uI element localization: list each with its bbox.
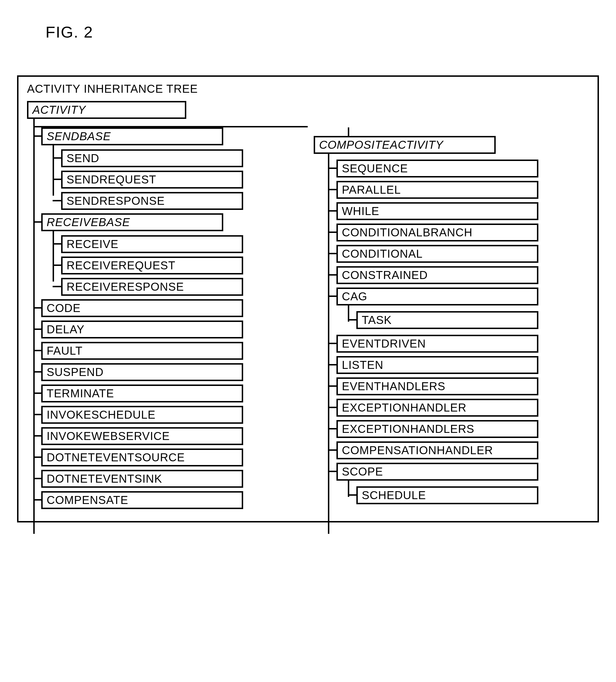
node-activity: ACTIVITY <box>27 101 186 119</box>
node-receive: RECEIVE <box>61 235 243 253</box>
node-compensate: COMPENSATE <box>41 491 243 509</box>
node-listen: LISTEN <box>337 356 538 374</box>
node-sendbase: SENDBASE <box>41 128 223 145</box>
node-send: SEND <box>61 149 243 167</box>
node-receiverequest: RECEIVEREQUEST <box>61 256 243 274</box>
node-invokeschedule: INVOKESCHEDULE <box>41 406 243 424</box>
node-code: CODE <box>41 299 243 317</box>
node-sequence: SEQUENCE <box>337 160 538 178</box>
node-cag: CAG <box>337 288 538 305</box>
node-compensationhandler: COMPENSATIONHANDLER <box>337 441 538 459</box>
node-exceptionhandlers: EXCEPTIONHANDLERS <box>337 420 538 438</box>
diagram-container: ACTIVITY INHERITANCE TREE ACTIVITY SENDB… <box>17 75 599 522</box>
node-conditionalbranch: CONDITIONALBRANCH <box>337 224 538 242</box>
node-receivebase: RECEIVEBASE <box>41 213 223 231</box>
node-suspend: SUSPEND <box>41 363 243 381</box>
node-compositeactivity: COMPOSITEACTIVITY <box>314 136 496 154</box>
node-eventdriven: EVENTDRIVEN <box>337 335 538 353</box>
node-conditional: CONDITIONAL <box>337 245 538 263</box>
left-column: SENDBASE SEND SENDREQUEST SENDRESPONSE <box>27 128 302 513</box>
node-dotneteventsink: DOTNETEVENTSINK <box>41 470 243 488</box>
node-sendrequest: SENDREQUEST <box>61 170 243 188</box>
node-dotneteventsource: DOTNETEVENTSOURCE <box>41 449 243 467</box>
figure-label: FIG. 2 <box>46 23 604 41</box>
node-exceptionhandler: EXCEPTIONHANDLER <box>337 399 538 417</box>
node-eventhandlers: EVENTHANDLERS <box>337 378 538 395</box>
diagram-title: ACTIVITY INHERITANCE TREE <box>27 83 589 95</box>
node-terminate: TERMINATE <box>41 385 243 403</box>
node-delay: DELAY <box>41 320 243 338</box>
node-receiveresponse: RECEIVERESPONSE <box>61 278 243 296</box>
node-scope: SCOPE <box>337 463 538 481</box>
node-fault: FAULT <box>41 342 243 360</box>
node-constrained: CONSTRAINED <box>337 266 538 284</box>
right-column: COMPOSITEACTIVITY SEQUENCE PARALLEL WHIL… <box>314 136 589 508</box>
node-parallel: PARALLEL <box>337 181 538 199</box>
node-invokewebservice: INVOKEWEBSERVICE <box>41 427 243 445</box>
node-while: WHILE <box>337 202 538 220</box>
node-schedule: SCHEDULE <box>356 486 538 504</box>
node-sendresponse: SENDRESPONSE <box>61 192 243 210</box>
node-task: TASK <box>356 311 538 329</box>
